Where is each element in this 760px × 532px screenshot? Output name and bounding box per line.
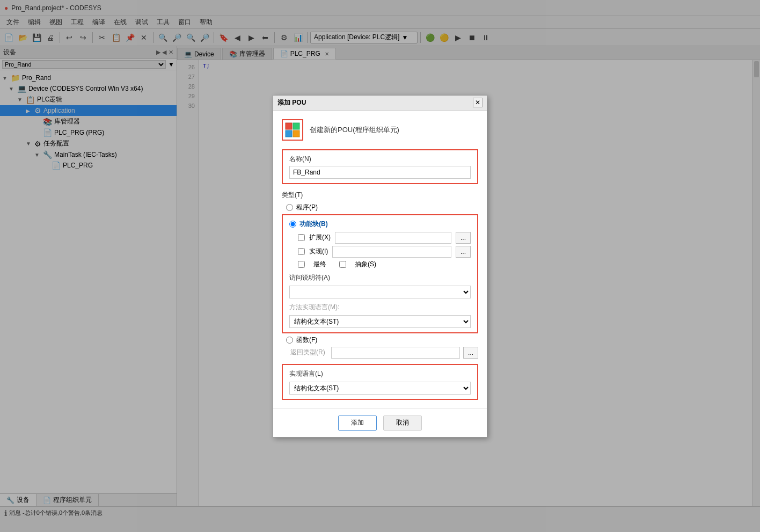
method-lang-label: 方法实现语言(M): bbox=[289, 303, 471, 312]
method-lang-field: 结构化文本(ST) 梯形图(LD) 功能块图(FBD) 指令表(IL) bbox=[289, 315, 471, 328]
svg-rect-0 bbox=[286, 123, 292, 129]
realize-row: 实现(I) ... bbox=[289, 246, 471, 258]
add-pou-modal: 添加 POU ✕ 创建新的POU(程序组织单元) bbox=[273, 95, 487, 438]
svg-rect-1 bbox=[293, 123, 299, 129]
function-block-section: 功能块(B) 扩展(X) ... 实现(I) bbox=[282, 214, 478, 333]
return-type-input[interactable] bbox=[331, 347, 460, 359]
realize-label: 实现(I) bbox=[309, 247, 328, 256]
realize-checkbox[interactable] bbox=[298, 248, 305, 255]
add-button[interactable]: 添加 bbox=[338, 416, 377, 431]
method-lang-group: 方法实现语言(M): 结构化文本(ST) 梯形图(LD) 功能块图(FBD) 指… bbox=[289, 303, 471, 328]
extend-dots-btn[interactable]: ... bbox=[456, 232, 471, 244]
modal-title: 添加 POU bbox=[277, 98, 306, 107]
abstract-checkbox[interactable] bbox=[339, 261, 346, 268]
realize-dots-btn[interactable]: ... bbox=[456, 246, 471, 258]
extend-row: 扩展(X) ... bbox=[289, 232, 471, 244]
realize-input[interactable] bbox=[332, 246, 451, 258]
name-input[interactable] bbox=[289, 166, 471, 179]
return-type-label: 返回类型(R) bbox=[290, 348, 328, 357]
extend-label: 扩展(X) bbox=[309, 233, 331, 242]
radio-functionblock-input[interactable] bbox=[289, 221, 296, 228]
modal-pou-icon bbox=[282, 119, 303, 141]
svg-rect-2 bbox=[286, 130, 292, 137]
modal-footer: 添加 取消 bbox=[273, 409, 487, 437]
return-type-row: 返回类型(R) ... bbox=[282, 347, 478, 359]
access-label: 访问说明符(A) bbox=[289, 273, 471, 282]
name-label: 名称(N) bbox=[289, 155, 471, 164]
extend-checkbox[interactable] bbox=[298, 234, 305, 241]
radio-functionblock-label: 功能块(B) bbox=[299, 220, 328, 229]
modal-header-row: 创建新的POU(程序组织单元) bbox=[282, 119, 478, 141]
access-select[interactable]: PUBLIC PRIVATE PROTECTED INTERNAL bbox=[289, 286, 471, 298]
cancel-button[interactable]: 取消 bbox=[383, 416, 422, 431]
final-checkbox[interactable] bbox=[298, 261, 305, 268]
abstract-label: 抽象(S) bbox=[355, 260, 376, 269]
type-section: 类型(T) 程序(P) 功能块(B) bbox=[282, 191, 478, 359]
return-type-dots-btn[interactable]: ... bbox=[463, 347, 478, 359]
modal-title-bar: 添加 POU ✕ bbox=[273, 96, 487, 111]
svg-rect-3 bbox=[293, 130, 299, 137]
modal-close-button[interactable]: ✕ bbox=[473, 98, 483, 107]
final-abstract-row: 最终 抽象(S) bbox=[289, 260, 471, 269]
modal-body: 创建新的POU(程序组织单元) 名称(N) 类型(T) 程序(P) bbox=[273, 111, 487, 409]
radio-function-label: 函数(F) bbox=[296, 336, 317, 345]
radio-program-label: 程序(P) bbox=[296, 203, 318, 212]
radio-program-input[interactable] bbox=[286, 204, 293, 211]
final-label: 最终 bbox=[313, 260, 326, 269]
method-lang-select[interactable]: 结构化文本(ST) 梯形图(LD) 功能块图(FBD) 指令表(IL) bbox=[289, 315, 471, 328]
modal-description: 创建新的POU(程序组织单元) bbox=[310, 125, 399, 135]
implement-select[interactable]: 结构化文本(ST) 梯形图(LD) 功能块图(FBD) 指令表(IL) 顺序功能… bbox=[289, 382, 471, 395]
implement-label: 实现语言(L) bbox=[289, 369, 471, 378]
radio-program[interactable]: 程序(P) bbox=[282, 203, 478, 212]
modal-overlay: 添加 POU ✕ 创建新的POU(程序组织单元) bbox=[0, 0, 760, 532]
radio-function[interactable]: 函数(F) bbox=[282, 336, 478, 345]
type-label: 类型(T) bbox=[282, 191, 478, 200]
access-group: 访问说明符(A) PUBLIC PRIVATE PROTECTED INTERN… bbox=[289, 273, 471, 298]
language-section: 实现语言(L) 结构化文本(ST) 梯形图(LD) 功能块图(FBD) 指令表(… bbox=[282, 364, 478, 400]
implement-field: 结构化文本(ST) 梯形图(LD) 功能块图(FBD) 指令表(IL) 顺序功能… bbox=[289, 382, 471, 395]
name-section-box: 名称(N) bbox=[282, 149, 478, 184]
extend-input[interactable] bbox=[335, 232, 451, 244]
radio-function-input[interactable] bbox=[286, 337, 293, 344]
radio-functionblock[interactable]: 功能块(B) bbox=[289, 220, 471, 229]
access-field: PUBLIC PRIVATE PROTECTED INTERNAL bbox=[289, 286, 471, 298]
